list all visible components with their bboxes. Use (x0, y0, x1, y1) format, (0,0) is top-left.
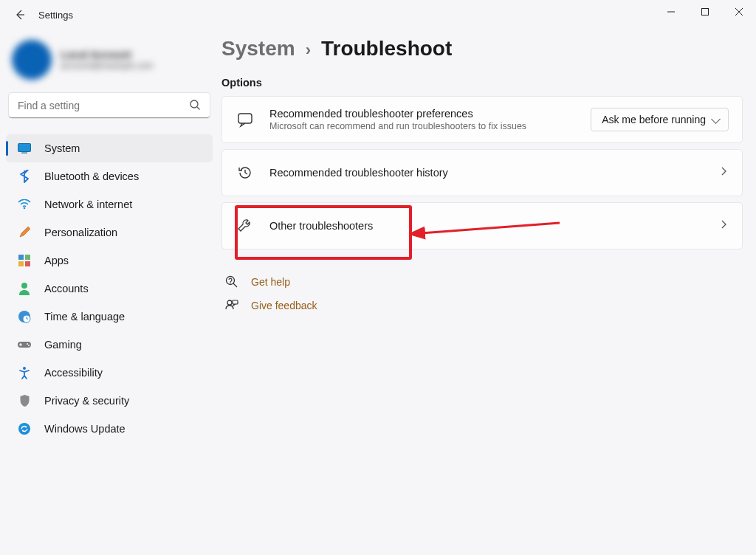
sidebar-item-accessibility[interactable]: Accessibility (6, 359, 213, 387)
svg-rect-5 (18, 255, 24, 260)
window-controls (654, 0, 756, 24)
svg-point-13 (27, 343, 28, 345)
svg-point-18 (227, 277, 235, 285)
section-options-label: Options (221, 77, 743, 89)
feedback-icon (224, 298, 239, 313)
maximize-button[interactable] (688, 0, 722, 24)
back-button[interactable] (10, 5, 30, 24)
history-icon (236, 163, 255, 182)
profile-email: account@example.com (61, 61, 154, 71)
sidebar-item-label: Windows Update (44, 423, 126, 435)
sidebar-item-label: Time & language (44, 311, 125, 323)
search-box (9, 93, 210, 118)
card-title: Other troubleshooters (269, 220, 718, 232)
recommended-dropdown[interactable]: Ask me before running (591, 108, 729, 131)
breadcrumb-current: Troubleshoot (321, 37, 452, 61)
sidebar-item-privacy[interactable]: Privacy & security (6, 387, 213, 415)
svg-point-15 (23, 367, 26, 370)
avatar (12, 40, 52, 80)
svg-rect-8 (25, 261, 30, 266)
dropdown-value: Ask me before running (602, 114, 706, 125)
gamepad-icon (16, 337, 32, 353)
help-icon (224, 275, 239, 289)
chevron-right-icon (718, 219, 729, 232)
sidebar-item-label: Network & internet (44, 199, 132, 210)
card-troubleshooter-history[interactable]: Recommended troubleshooter history (221, 149, 743, 196)
card-subtitle: Microsoft can recommend and run troubles… (269, 121, 591, 131)
svg-point-1 (190, 100, 198, 108)
sidebar-item-label: Bluetooth & devices (44, 170, 139, 182)
chevron-right-icon: › (306, 41, 311, 60)
sidebar-item-time[interactable]: Time & language (6, 303, 213, 331)
search-icon (189, 99, 201, 114)
search-input[interactable] (9, 93, 210, 118)
sidebar-item-bluetooth[interactable]: Bluetooth & devices (6, 162, 213, 190)
card-recommended-preferences[interactable]: Recommended troubleshooter preferences M… (221, 96, 743, 143)
svg-rect-6 (25, 255, 30, 260)
sidebar-item-apps[interactable]: Apps (6, 247, 213, 275)
sidebar: Local Account account@example.com System… (0, 30, 219, 555)
svg-point-9 (21, 283, 27, 289)
apps-icon (16, 252, 32, 269)
svg-point-20 (227, 300, 232, 305)
profile-name: Local Account (61, 49, 154, 61)
help-links: Get help Give feedback (221, 270, 743, 317)
arrow-left-icon (14, 9, 26, 21)
chevron-right-icon (718, 166, 729, 179)
card-other-troubleshooters[interactable]: Other troubleshooters (221, 202, 743, 249)
minimize-button[interactable] (654, 0, 688, 24)
help-label: Get help (251, 276, 290, 288)
breadcrumb-parent[interactable]: System (221, 37, 295, 61)
svg-point-4 (24, 207, 26, 210)
svg-point-14 (28, 345, 30, 346)
svg-rect-21 (233, 300, 238, 304)
feedback-label: Give feedback (251, 300, 317, 311)
wifi-icon (16, 196, 32, 213)
bluetooth-icon (16, 168, 32, 185)
titlebar: Settings (0, 0, 756, 30)
svg-rect-17 (238, 114, 252, 123)
person-icon (16, 280, 32, 297)
sidebar-item-update[interactable]: Windows Update (6, 415, 213, 443)
breadcrumb: System › Troubleshoot (221, 37, 743, 61)
sidebar-item-accounts[interactable]: Accounts (6, 275, 213, 303)
accessibility-icon (16, 365, 32, 381)
close-icon (735, 7, 743, 16)
sidebar-item-personalization[interactable]: Personalization (6, 218, 213, 247)
sidebar-item-label: Gaming (44, 339, 82, 351)
svg-point-19 (230, 283, 230, 284)
svg-rect-3 (21, 153, 27, 154)
svg-rect-2 (18, 144, 31, 152)
sidebar-item-label: Personalization (44, 227, 117, 238)
main-content: System › Troubleshoot Options Recommende… (219, 30, 756, 555)
chat-icon (236, 110, 255, 129)
close-button[interactable] (722, 0, 756, 24)
get-help-link[interactable]: Get help (221, 270, 743, 294)
minimize-icon (667, 7, 676, 16)
sidebar-item-label: Accounts (44, 283, 89, 294)
sidebar-item-system[interactable]: System (6, 134, 213, 162)
sidebar-item-label: System (44, 142, 80, 154)
sidebar-item-network[interactable]: Network & internet (6, 190, 213, 218)
profile-block[interactable]: Local Account account@example.com (6, 34, 213, 93)
sidebar-item-label: Apps (44, 255, 69, 266)
app-title: Settings (38, 10, 73, 21)
svg-rect-0 (702, 9, 709, 15)
sidebar-item-label: Accessibility (44, 367, 103, 379)
globe-clock-icon (16, 308, 32, 325)
shield-icon (16, 393, 32, 409)
wrench-icon (236, 216, 255, 235)
maximize-icon (701, 7, 709, 16)
svg-point-16 (18, 423, 30, 435)
nav-list: System Bluetooth & devices Network & int… (6, 134, 213, 443)
update-icon (16, 421, 32, 437)
system-icon (16, 140, 32, 156)
sidebar-item-gaming[interactable]: Gaming (6, 331, 213, 359)
svg-rect-7 (18, 261, 24, 266)
sidebar-item-label: Privacy & security (44, 395, 129, 407)
card-title: Recommended troubleshooter history (269, 167, 718, 179)
brush-icon (16, 224, 32, 241)
give-feedback-link[interactable]: Give feedback (221, 294, 743, 317)
card-title: Recommended troubleshooter preferences (269, 108, 591, 120)
